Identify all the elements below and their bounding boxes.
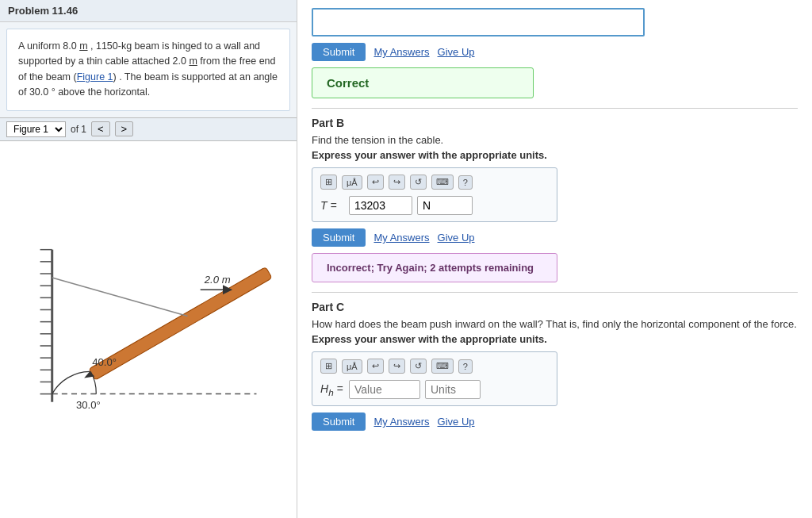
part-c-action-row: Submit My Answers Give Up: [312, 412, 798, 431]
part-a-my-answers-button[interactable]: My Answers: [373, 46, 429, 58]
left-panel: Problem 11.46 A uniform 8.0 m , 1150-kg …: [0, 0, 297, 518]
figure-select[interactable]: Figure 1: [6, 121, 66, 137]
part-b-give-up-button[interactable]: Give Up: [438, 232, 475, 244]
redo-icon[interactable]: ↪: [389, 175, 405, 190]
mu-icon-c[interactable]: μÅ: [342, 359, 362, 374]
svg-line-16: [52, 278, 188, 317]
figure-area: 2.0 m 40.0° 30.0°: [0, 141, 297, 519]
help-icon-c[interactable]: ?: [458, 359, 473, 374]
prev-figure-button[interactable]: <: [91, 121, 110, 136]
part-b-instruction: Express your answer with the appropriate…: [312, 149, 798, 161]
part-a-section: Submit My Answers Give Up Correct: [312, 8, 798, 98]
undo-icon[interactable]: ↩: [367, 175, 384, 190]
part-b-action-row: Submit My Answers Give Up: [312, 228, 798, 247]
part-c-value-input[interactable]: [349, 380, 420, 399]
part-b-t-label: T =: [320, 199, 344, 212]
svg-text:30.0°: 30.0°: [76, 398, 101, 410]
part-b-unit-input[interactable]: [417, 196, 473, 215]
refresh-icon-c[interactable]: ↺: [410, 359, 427, 374]
keyboard-icon-c[interactable]: ⌨: [431, 359, 454, 374]
mu-icon[interactable]: μÅ: [342, 175, 362, 190]
part-c-instruction: Express your answer with the appropriate…: [312, 333, 798, 345]
part-a-input-row: [312, 8, 798, 36]
part-c-submit-button[interactable]: Submit: [312, 412, 366, 431]
part-c-give-up-button[interactable]: Give Up: [438, 416, 475, 428]
svg-text:40.0°: 40.0°: [92, 356, 117, 368]
divider-bc: [312, 292, 798, 293]
undo-icon-c[interactable]: ↩: [367, 359, 384, 374]
part-a-submit-button[interactable]: Submit: [312, 43, 366, 61]
grid-icon-c[interactable]: ⊞: [320, 359, 337, 374]
part-b-submit-button[interactable]: Submit: [312, 228, 366, 247]
part-b-label: Part B: [312, 117, 798, 129]
part-b-field-row: T =: [320, 196, 549, 215]
incorrect-banner: Incorrect; Try Again; 2 attempts remaini…: [312, 253, 557, 282]
part-a-give-up-button[interactable]: Give Up: [438, 46, 475, 58]
part-c-toolbar: ⊞ μÅ ↩ ↪ ↺ ⌨ ?: [320, 359, 549, 374]
keyboard-icon[interactable]: ⌨: [431, 175, 454, 190]
figure-diagram: 2.0 m 40.0° 30.0°: [0, 141, 297, 519]
part-b-editor: ⊞ μÅ ↩ ↪ ↺ ⌨ ? T =: [312, 167, 557, 222]
part-b-description: Find the tension in the cable.: [312, 134, 798, 146]
grid-icon[interactable]: ⊞: [320, 175, 337, 190]
refresh-icon[interactable]: ↺: [410, 175, 427, 190]
part-b-value-input[interactable]: [349, 196, 412, 215]
part-c-h-label: Hh =: [320, 382, 344, 397]
next-figure-button[interactable]: >: [115, 121, 134, 136]
part-c-description: How hard does the beam push inward on th…: [312, 318, 798, 330]
part-a-answer-box: [312, 8, 645, 36]
part-c-unit-input[interactable]: [425, 380, 481, 399]
part-b-toolbar: ⊞ μÅ ↩ ↪ ↺ ⌨ ?: [320, 175, 549, 190]
part-c-field-row: Hh =: [320, 380, 549, 399]
help-icon[interactable]: ?: [458, 175, 473, 190]
correct-banner: Correct: [312, 67, 534, 98]
figure-link[interactable]: Figure 1: [77, 71, 113, 82]
part-c-section: Part C How hard does the beam push inwar…: [312, 301, 798, 431]
divider-ab: [312, 108, 798, 109]
problem-text: A uniform 8.0 m , 1150-kg beam is hinged…: [6, 29, 290, 111]
part-b-section: Part B Find the tension in the cable. Ex…: [312, 117, 798, 282]
part-b-my-answers-button[interactable]: My Answers: [373, 232, 429, 244]
of-label: of 1: [71, 124, 86, 135]
figure-nav: Figure 1 of 1 < >: [0, 117, 297, 141]
part-c-editor: ⊞ μÅ ↩ ↪ ↺ ⌨ ? Hh =: [312, 351, 557, 406]
redo-icon-c[interactable]: ↪: [389, 359, 405, 374]
right-panel: Submit My Answers Give Up Correct Part B…: [297, 0, 812, 518]
part-c-my-answers-button[interactable]: My Answers: [373, 416, 429, 428]
svg-text:2.0 m: 2.0 m: [204, 274, 231, 286]
problem-header: Problem 11.46: [0, 0, 297, 22]
part-c-label: Part C: [312, 301, 798, 313]
part-a-action-row: Submit My Answers Give Up: [312, 43, 798, 61]
